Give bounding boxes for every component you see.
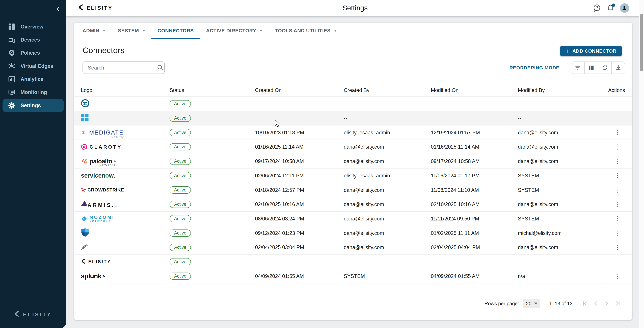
monitoring-icon (8, 89, 15, 96)
search-input[interactable] (83, 65, 157, 71)
sidebar-item-virtual-edges[interactable]: Virtual Edges (2, 59, 64, 72)
created-by-cell: -- (344, 101, 431, 107)
servicenow-text: servicen (81, 172, 105, 179)
sidebar-collapse-icon[interactable] (54, 5, 62, 13)
tab-label: ACTIVE DIRECTORY (206, 28, 256, 33)
sidebar-item-overview[interactable]: Overview (2, 20, 64, 33)
tab-connectors[interactable]: CONNECTORS (152, 23, 200, 39)
tab-admin[interactable]: ADMIN (76, 23, 112, 39)
columns-icon[interactable] (584, 62, 598, 73)
created-on-cell: 01/18/2024 12:57 PM (255, 187, 344, 193)
rows-per-page-select[interactable]: 20 (523, 299, 540, 308)
next-page-icon[interactable] (601, 298, 612, 309)
table-row[interactable]: ELISITY Active -- -- (74, 255, 632, 269)
help-icon[interactable] (593, 4, 601, 12)
row-actions-menu-icon[interactable]: ⋮ (612, 186, 623, 194)
refresh-icon[interactable] (598, 62, 611, 73)
row-actions-menu-icon[interactable]: ⋮ (612, 215, 623, 223)
table-row[interactable]: CLAROTY Active 01/16/2025 11:14 AM dana@… (74, 140, 632, 154)
modified-on-cell: 11/11/2024 09:50 PM (431, 216, 518, 222)
modified-on-cell: 04/09/2024 01:55 AM (431, 273, 518, 279)
app-window: Overview Devices Policies Virtual Edges (0, 0, 644, 328)
created-on-cell: 09/12/2024 01:23 PM (255, 230, 344, 236)
table-row[interactable]: Active -- -- (74, 97, 632, 111)
elisity-glyph-icon (14, 311, 20, 319)
row-actions-menu-icon[interactable]: ⋮ (612, 143, 623, 151)
modified-on-cell: 12/19/2024 01:57 PM (431, 130, 518, 136)
table-row[interactable]: Active 09/12/2024 01:23 PM dana@elisity.… (74, 226, 632, 240)
chevron-down-icon (142, 30, 145, 32)
armis-logo: ARMIS. ® (81, 200, 117, 208)
sidebar-item-monitoring[interactable]: Monitoring (2, 86, 64, 99)
status-badge: Active (170, 129, 191, 136)
add-connector-button[interactable]: + ADD CONNECTOR (560, 46, 622, 56)
sidebar-item-label: Policies (20, 50, 40, 56)
topbar: ELISITY Settings (66, 0, 644, 16)
sidebar-item-devices[interactable]: Devices (2, 33, 64, 46)
created-by-cell: elisity_esaas_admin (344, 173, 431, 179)
tab-tools-and-utilities[interactable]: TOOLS AND UTILITIES (269, 23, 343, 39)
sidebar-item-policies[interactable]: Policies (2, 46, 64, 59)
registered-mark: ® (114, 160, 116, 163)
table-row[interactable]: paloalto® NETWORKS Active 09/17/2024 10:… (74, 154, 632, 169)
filter-icon[interactable] (571, 62, 584, 73)
row-actions-menu-icon[interactable]: ⋮ (612, 172, 623, 180)
sidebar-item-label: Analytics (20, 76, 43, 82)
table-row[interactable]: servicenow. Active 02/06/2024 12:11 PM e… (74, 169, 632, 183)
splunk-text: splunk (81, 272, 101, 280)
crowdstrike-text: CROWDSTRIKE (88, 187, 124, 193)
table-row[interactable]: MEDIGATE by Claroty Active 10/10/2023 01… (74, 125, 632, 140)
last-page-icon[interactable] (612, 298, 623, 309)
status-badge: Active (170, 201, 191, 208)
settings-tabs: ADMIN SYSTEM CONNECTORS ACTIVE DIRECTORY… (74, 23, 632, 39)
row-actions-menu-icon[interactable]: ⋮ (612, 229, 623, 237)
row-actions-menu-icon[interactable]: ⋮ (612, 157, 623, 165)
previous-page-icon[interactable] (591, 298, 602, 309)
row-actions-menu-icon[interactable]: ⋮ (612, 129, 623, 137)
table-row[interactable]: Active -- -- (74, 111, 632, 126)
created-by-cell: dana@elisity.com (344, 187, 431, 193)
search-icon (157, 64, 164, 71)
modified-by-cell: michal@elisity.com (518, 230, 602, 236)
created-by-cell: dana@elisity.com (344, 230, 431, 236)
modified-on-cell: 01/16/2025 11:14 AM (431, 144, 518, 150)
first-page-icon[interactable] (580, 298, 591, 309)
tab-label: TOOLS AND UTILITIES (275, 28, 330, 33)
tab-system[interactable]: SYSTEM (112, 23, 152, 39)
row-actions-menu-icon[interactable]: ⋮ (612, 244, 623, 252)
sidebar-item-analytics[interactable]: Analytics (2, 72, 64, 86)
modified-by-cell: -- (518, 259, 602, 265)
row-actions-menu-icon[interactable]: ⋮ (612, 272, 623, 280)
created-by-cell: -- (344, 259, 431, 265)
armis-text: ARMIS. (88, 202, 115, 208)
nozomi-subtext: NETWORKS (90, 220, 114, 223)
table-row[interactable]: NOZOMI NETWORKS Active 08/06/2024 03:24 … (74, 212, 632, 226)
created-on-cell: 02/06/2024 12:11 PM (255, 173, 344, 179)
reordering-mode-button[interactable]: REORDERING MODE (510, 65, 560, 70)
nozomi-logo: NOZOMI NETWORKS (81, 215, 114, 223)
table-row[interactable]: CROWDSTRIKE Active 01/18/2024 12:57 PM d… (74, 183, 632, 197)
scrollbar-thumb[interactable] (640, 14, 643, 71)
sidebar-item-label: Settings (20, 102, 41, 108)
created-by-cell: elisity_esaas_admin (344, 130, 431, 136)
page-scrollbar[interactable] (639, 0, 644, 328)
paloalto-text: paloalto (90, 158, 112, 165)
table-row[interactable]: ARMIS. ® Active 02/10/2025 10:16 AM dana… (74, 197, 632, 212)
sidebar-item-settings[interactable]: Settings (2, 99, 64, 112)
col-header-modified-by: Modified By (518, 87, 602, 93)
tab-label: SYSTEM (118, 28, 139, 33)
created-by-cell: dana@elisity.com (344, 244, 431, 250)
modified-by-cell: SYSTEM (518, 187, 602, 193)
table-row[interactable]: Active 02/04/2025 03:04 PM dana@elisity.… (74, 240, 632, 255)
sidebar-item-label: Devices (20, 37, 40, 43)
row-actions-menu-icon[interactable]: ⋮ (612, 200, 623, 208)
user-avatar[interactable] (620, 3, 629, 13)
status-badge: Active (170, 186, 191, 194)
table-row[interactable]: splunk> Active 04/09/2024 01:55 AM SYSTE… (74, 269, 632, 284)
tab-active-directory[interactable]: ACTIVE DIRECTORY (200, 23, 269, 39)
download-icon[interactable] (611, 62, 625, 73)
notifications-bell-icon[interactable] (606, 4, 614, 12)
modified-on-cell: 02/10/2025 10:16 AM (431, 201, 518, 207)
servicenow-logo: servicenow. (81, 172, 115, 179)
paloalto-subtext: NETWORKS (100, 164, 116, 166)
